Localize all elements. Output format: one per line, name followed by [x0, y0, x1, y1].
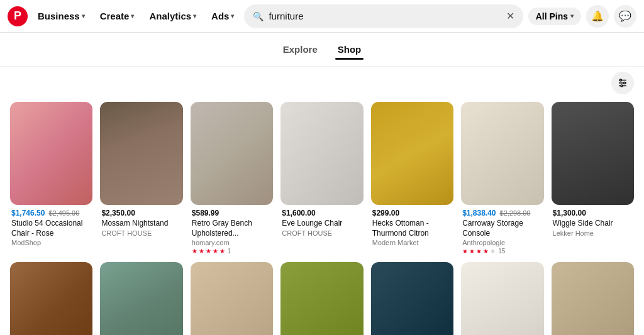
star-filled: ★ — [199, 248, 204, 255]
chevron-down-icon: ▾ — [231, 13, 234, 19]
product-card[interactable]: $1,650.00 Eve Dining Chair in Leather (W… — [10, 262, 92, 335]
star-filled: ★ — [476, 248, 482, 255]
search-tabs: Explore Shop — [0, 33, 644, 67]
product-image — [10, 102, 92, 205]
search-icon: 🔍 — [253, 11, 264, 21]
review-count: 15 — [498, 248, 505, 255]
price-row: $1,600.00 — [282, 209, 362, 217]
star-rating: ★★★★★15 — [462, 248, 542, 255]
price: $2,350.00 — [101, 209, 135, 217]
product-card[interactable]: $1,698.00 Carved Thalia Six-Drawer Dress… — [371, 262, 453, 335]
search-input[interactable] — [269, 11, 506, 21]
product-card[interactable]: $1,300.00 Wiggle Side Chair Lekker Home — [552, 102, 634, 255]
product-image — [371, 102, 453, 205]
product-image — [461, 262, 543, 335]
star-filled: ★ — [206, 248, 211, 255]
product-card[interactable]: $1,838.40 $2,298.00 Carroway Storage Con… — [461, 102, 543, 255]
original-price: $2,495.00 — [48, 209, 79, 217]
nav-business[interactable]: Business ▾ — [33, 7, 90, 25]
product-image — [280, 102, 363, 205]
product-image — [100, 262, 182, 335]
product-name: Wiggle Side Chair — [553, 219, 633, 229]
star-filled: ★ — [192, 248, 197, 255]
review-count: 1 — [228, 248, 231, 255]
product-image — [191, 262, 273, 335]
notifications-button[interactable]: 🔔 — [586, 5, 609, 28]
tab-shop[interactable]: Shop — [335, 40, 364, 58]
nav-ads[interactable]: Ads ▾ — [206, 7, 239, 25]
product-card[interactable]: $449.00 Groovy Swivel Chair West Elm — [280, 262, 363, 335]
svg-point-3 — [620, 79, 622, 81]
price: $1,300.00 — [553, 209, 586, 217]
chevron-down-icon: ▾ — [193, 13, 196, 19]
product-info: $2,350.00 Mossam Nightstand CROFT HOUSE — [100, 205, 182, 237]
chevron-down-icon: ▾ — [131, 13, 134, 19]
product-image — [280, 262, 363, 335]
store-name: CROFT HOUSE — [282, 229, 362, 237]
product-info: $1,600.00 Eve Lounge Chair CROFT HOUSE — [280, 205, 363, 237]
star-filled: ★ — [469, 248, 475, 255]
product-card[interactable]: $2,350.00 Mossam Nightstand CROFT HOUSE — [100, 102, 182, 255]
chevron-down-icon: ▾ — [82, 13, 85, 19]
product-card[interactable]: $1,555.00 Victoria 3 Drawer Side Table -… — [461, 262, 543, 335]
store-name: Modern Market — [372, 239, 452, 246]
product-card[interactable]: $9.48 Westclox White Super Loud Alarm LE… — [552, 262, 634, 335]
original-price: $2,298.00 — [500, 209, 531, 217]
product-card[interactable]: $1,079.00 One-Drawer Blue Two-Door Chest… — [100, 262, 182, 335]
store-name: homary.com — [192, 239, 272, 246]
price: $1,600.00 — [282, 209, 315, 217]
product-image — [371, 262, 453, 335]
product-card[interactable]: $1,746.50 $2,495.00 Studio 54 Occasional… — [10, 102, 92, 255]
star-filled: ★ — [213, 248, 218, 255]
product-info: $1,746.50 $2,495.00 Studio 54 Occasional… — [10, 205, 92, 246]
nav-right-actions: All Pins ▾ 🔔 💬 — [528, 5, 636, 28]
product-image — [10, 262, 92, 335]
product-card[interactable]: $299.00 Hecks Ottoman - Thurmond Citron … — [371, 102, 453, 255]
filter-button[interactable] — [611, 72, 634, 94]
pinterest-logo[interactable]: P — [8, 6, 28, 26]
messages-button[interactable]: 💬 — [614, 5, 636, 28]
nav-analytics[interactable]: Analytics ▾ — [144, 7, 201, 25]
product-name: Hecks Ottoman - Thurmond Citron — [372, 219, 452, 238]
svg-point-5 — [621, 85, 623, 87]
product-name: Studio 54 Occasional Chair - Rose — [11, 219, 91, 238]
product-image — [552, 262, 634, 335]
product-name: Retro Gray Bench Upholstered... — [192, 219, 272, 238]
price-row: $589.99 — [192, 209, 272, 217]
product-name: Mossam Nightstand — [101, 219, 181, 229]
search-bar: 🔍 ✕ — [244, 4, 523, 28]
clear-search-button[interactable]: ✕ — [506, 10, 514, 22]
price: $589.99 — [192, 209, 219, 217]
top-navigation: P Business ▾ Create ▾ Analytics ▾ Ads ▾ … — [0, 0, 644, 33]
sale-price: $1,838.40 — [462, 209, 496, 217]
price-row: $2,350.00 — [101, 209, 181, 217]
product-image — [552, 102, 634, 205]
store-name: Anthropologie — [462, 239, 542, 246]
price-row: $1,746.50 $2,495.00 — [11, 209, 91, 217]
tab-explore[interactable]: Explore — [280, 40, 320, 58]
product-grid: $1,746.50 $2,495.00 Studio 54 Occasional… — [0, 94, 644, 335]
price-row: $1,838.40 $2,298.00 — [462, 209, 542, 217]
product-card[interactable]: $589.99 Retro Gray Bench Upholstered... … — [191, 102, 273, 255]
product-info: $1,838.40 $2,298.00 Carroway Storage Con… — [461, 205, 543, 255]
allpins-dropdown[interactable]: All Pins ▾ — [528, 8, 581, 25]
star-filled: ★ — [483, 248, 489, 255]
nav-create[interactable]: Create ▾ — [95, 7, 140, 25]
star-filled: ★ — [219, 248, 225, 255]
product-info: $299.00 Hecks Ottoman - Thurmond Citron … — [371, 205, 453, 246]
product-info: $589.99 Retro Gray Bench Upholstered... … — [191, 205, 273, 255]
filter-row — [0, 67, 644, 94]
svg-point-4 — [624, 82, 626, 84]
product-name: Carroway Storage Console — [462, 219, 542, 238]
store-name: ModShop — [11, 239, 91, 246]
store-name: CROFT HOUSE — [101, 229, 181, 237]
product-image — [191, 102, 273, 205]
star-empty: ★ — [490, 248, 496, 255]
product-image — [100, 102, 182, 205]
chevron-down-icon: ▾ — [570, 13, 574, 19]
sale-price: $1,746.50 — [11, 209, 45, 217]
star-filled: ★ — [462, 248, 468, 255]
product-card[interactable]: $1,600.00 Eve Lounge Chair CROFT HOUSE — [280, 102, 363, 255]
product-card[interactable]: $364.95 Rilynn - Shoe Rack with Bench at… — [191, 262, 273, 335]
price-row: $299.00 — [372, 209, 452, 217]
